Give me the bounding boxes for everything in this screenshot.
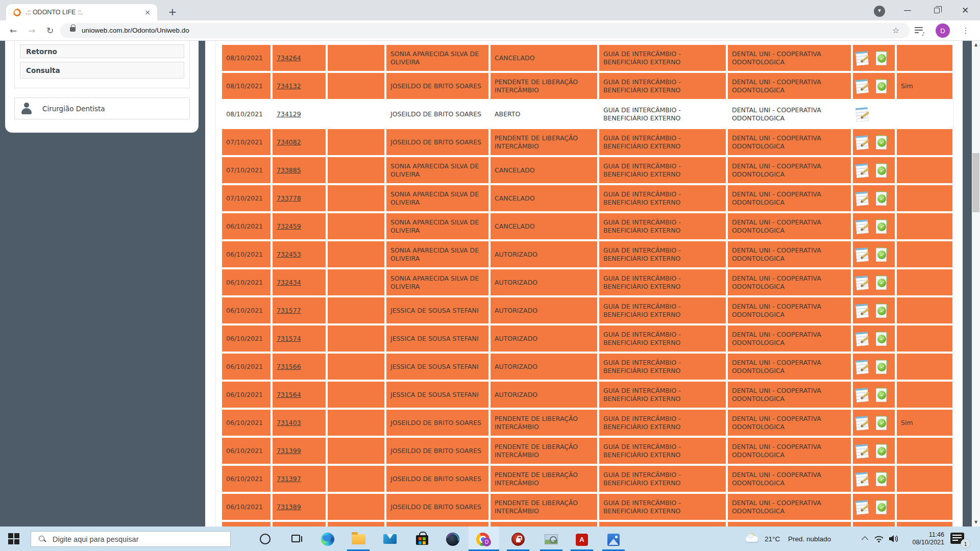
mail-icon[interactable] [383,534,397,544]
guide-number-link[interactable]: 731399 [277,447,301,455]
new-tab-button[interactable]: + [165,5,180,19]
edit-guide-icon[interactable] [855,218,871,235]
edit-guide-icon[interactable] [855,414,871,432]
cell-intercambio-flag [897,185,952,211]
authorize-guide-icon[interactable]: ✓ [874,218,891,235]
tab-search-icon[interactable]: ▾ [874,6,885,17]
photo-viewer-icon[interactable] [545,534,558,544]
guide-number-link[interactable]: 734129 [277,110,301,118]
file-explorer-icon[interactable] [352,534,365,544]
browser-tab[interactable]: .:: ODONTO LIFE ::. × [6,4,157,20]
sidebar-item-consulta[interactable]: Consulta [20,62,184,79]
guide-number-link[interactable]: 734264 [277,54,301,62]
guide-number-link[interactable]: 733885 [277,166,301,174]
tab-close-icon[interactable]: × [143,8,152,17]
chrome-icon[interactable]: D [476,533,489,546]
edit-guide-icon[interactable] [855,78,871,95]
security-module-app-icon[interactable] [511,533,525,546]
forecast-label[interactable]: Pred. nublado [788,527,831,551]
windows-start-icon[interactable] [8,533,20,545]
audio-knob-app-icon[interactable] [446,533,459,546]
edit-guide-icon[interactable] [855,442,871,460]
guide-number-link[interactable]: 734132 [277,82,301,90]
speaker-icon[interactable] [888,534,899,543]
guide-number-link[interactable]: 733778 [277,194,301,203]
photos-app-icon[interactable] [607,534,620,546]
cell-operator: DENTAL UNI - COOPERATIVA ODONTOLOGICA [728,129,851,155]
authorize-guide-icon[interactable]: ✓ [874,246,891,263]
cell-patient-name: SONIA APARECIDA SILVA DE OLIVEIRA [386,185,488,211]
lock-icon[interactable] [70,27,76,32]
window-close-button[interactable]: ✕ [954,2,976,18]
edge-icon[interactable] [321,533,334,546]
edit-guide-icon[interactable] [855,498,871,516]
temperature-label[interactable]: 21°C [765,527,780,551]
wifi-icon[interactable] [874,535,884,543]
scroll-up-icon[interactable]: ▲ [972,41,980,49]
cell-actions: ✓ [853,297,895,323]
guide-number-link[interactable]: 731397 [277,475,301,483]
authorize-guide-icon[interactable]: ✓ [874,386,891,404]
authorize-guide-icon[interactable]: ✓ [874,274,891,291]
authorize-guide-icon[interactable]: ✓ [874,134,891,151]
window-restore-button[interactable] [925,2,948,18]
authorize-guide-icon[interactable]: ✓ [874,162,891,179]
edit-guide-icon[interactable] [855,274,871,291]
bookmark-star-icon[interactable]: ☆ [892,23,899,38]
weather-icon[interactable] [744,533,762,545]
edit-guide-icon[interactable] [855,302,871,319]
authorize-guide-icon[interactable]: ✓ [874,358,891,375]
guide-number-link[interactable]: 732453 [277,251,301,259]
back-button[interactable]: ← [5,20,22,41]
clock[interactable]: 11:46 08/10/2021 [900,529,944,549]
adobe-acrobat-icon[interactable]: A [576,534,588,546]
authorize-guide-icon[interactable]: ✓ [874,470,891,488]
edit-guide-icon[interactable] [855,49,871,67]
edit-guide-icon[interactable] [855,386,871,404]
cell-date: 07/10/2021 [222,129,271,155]
scroll-down-icon[interactable]: ▼ [972,518,980,527]
authorize-guide-icon[interactable]: ✓ [874,442,891,460]
authorize-guide-icon[interactable]: ✓ [874,498,891,516]
guide-number-link[interactable]: 732459 [277,222,301,231]
task-view-icon[interactable] [291,535,300,542]
notification-badge[interactable]: 1 [961,539,970,548]
guide-number-link[interactable]: 734082 [277,138,301,146]
profile-avatar[interactable]: D [936,23,950,38]
cell-date: 06/10/2021 [222,325,271,352]
taskbar-search-input[interactable]: Digite aqui para pesquisar [31,531,231,547]
edit-guide-icon[interactable] [855,246,871,263]
edit-guide-icon[interactable] [855,190,871,207]
microsoft-store-icon[interactable] [416,535,428,545]
cell-intercambio-flag [897,101,952,127]
edit-guide-icon[interactable] [855,470,871,488]
scrollbar-thumb[interactable] [972,153,979,212]
cortana-icon[interactable] [260,534,271,544]
edit-guide-icon[interactable] [855,330,871,347]
edit-guide-icon[interactable] [855,358,871,375]
forward-button[interactable]: → [23,20,40,41]
edit-guide-icon[interactable] [855,162,871,179]
guide-number-link[interactable]: 731574 [277,335,301,343]
guide-number-link[interactable]: 731389 [277,503,301,511]
reload-button[interactable]: ↻ [41,20,59,41]
url-text[interactable]: unioweb.com.br/Odonto/Uniweb.do [82,23,189,38]
sidebar-item-retorno[interactable]: Retorno [20,44,184,58]
edit-guide-icon[interactable] [855,106,871,123]
authorize-guide-icon[interactable]: ✓ [874,302,891,319]
browser-menu-icon[interactable]: ⋮ [961,23,971,38]
authorize-guide-icon[interactable]: ✓ [874,330,891,347]
authorize-guide-icon[interactable]: ✓ [874,414,891,432]
media-controls-icon[interactable]: ♪ [915,27,924,35]
authorize-guide-icon[interactable]: ✓ [874,49,891,67]
guide-number-link[interactable]: 731564 [277,391,301,399]
guide-number-link[interactable]: 731403 [277,419,301,427]
guide-number-link[interactable]: 732434 [277,279,301,287]
page-scrollbar[interactable]: ▲ ▼ [972,41,980,527]
guide-number-link[interactable]: 731577 [277,307,301,315]
edit-guide-icon[interactable] [855,134,871,151]
authorize-guide-icon[interactable]: ✓ [874,190,891,207]
window-minimize-button[interactable]: — [896,2,919,18]
authorize-guide-icon[interactable]: ✓ [874,78,891,95]
guide-number-link[interactable]: 731566 [277,363,301,371]
